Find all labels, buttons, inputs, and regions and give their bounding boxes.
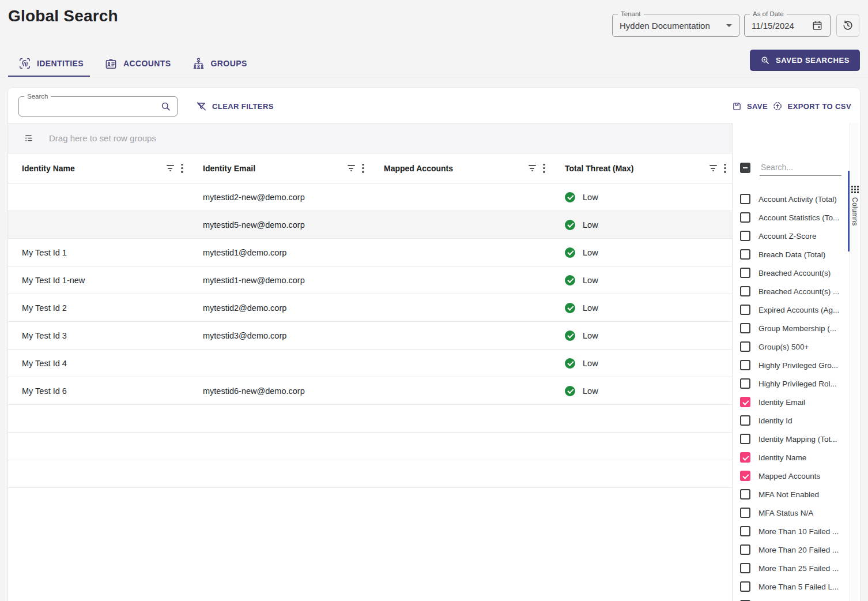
column-toggle-item[interactable]: Expired Accounts (Ag... — [733, 300, 850, 319]
column-toggle-label: Group(s) 500+ — [758, 343, 809, 351]
empty-row — [8, 433, 732, 460]
column-toggle-item[interactable]: Group(s) 500+ — [733, 337, 850, 356]
column-checkbox[interactable] — [740, 563, 750, 573]
column-toggle-item[interactable]: Account Activity (Total) — [733, 190, 850, 208]
column-header[interactable]: Mapped Accounts — [370, 153, 551, 183]
table-row[interactable]: mytestid2-new@demo.corp Low — [8, 183, 732, 211]
column-checkbox[interactable] — [740, 471, 750, 481]
column-header[interactable]: Identity Name — [8, 153, 189, 183]
column-toggle-item[interactable]: Highly Privileged Rol... — [733, 374, 850, 393]
save-button[interactable]: SAVE — [729, 98, 771, 114]
table-row[interactable]: My Test Id 1 mytestid1@demo.corp Low — [8, 239, 732, 266]
column-checkbox[interactable] — [740, 397, 750, 407]
id-card-icon — [104, 57, 118, 70]
tab-groups[interactable]: GROUPS — [191, 57, 248, 70]
column-checkbox[interactable] — [740, 268, 750, 278]
saved-searches-button[interactable]: SAVED SEARCHES — [750, 50, 860, 71]
column-checkbox[interactable] — [740, 341, 750, 352]
column-filter-icon[interactable] — [709, 165, 717, 172]
threat-ok-icon — [565, 220, 575, 230]
column-checkbox[interactable] — [740, 249, 750, 260]
column-checkbox[interactable] — [740, 378, 750, 389]
column-toggle-item[interactable]: Breached Account(s) ... — [733, 282, 850, 300]
column-checkbox[interactable] — [740, 305, 750, 315]
table-row[interactable]: My Test Id 1-new mytestid1-new@demo.corp… — [8, 266, 732, 294]
org-chart-icon — [192, 57, 205, 70]
column-toggle-item[interactable]: Identity Email — [733, 393, 850, 411]
column-menu-icon[interactable] — [543, 164, 545, 173]
column-menu-icon[interactable] — [724, 164, 726, 173]
column-toggle-item[interactable]: Identity Mapping (Tot... — [733, 430, 850, 448]
column-toggle-label: More Than 5 Failed L... — [758, 583, 839, 591]
column-checkbox[interactable] — [740, 489, 750, 499]
column-toggle-item[interactable]: More Than 5 Failed L... — [733, 577, 850, 596]
clear-filters-button[interactable]: CLEAR FILTERS — [193, 98, 277, 114]
column-toggle-item[interactable]: Account Z-Score — [733, 227, 850, 245]
column-filter-icon[interactable] — [347, 165, 355, 172]
column-toggle-item[interactable]: Highly Privileged Gro... — [733, 356, 850, 374]
column-toggle-item[interactable]: MFA Not Enabled — [733, 485, 850, 504]
column-checkbox[interactable] — [740, 194, 750, 204]
column-checkbox[interactable] — [740, 231, 750, 241]
calendar-icon[interactable] — [812, 20, 823, 31]
column-menu-icon[interactable] — [362, 164, 364, 173]
column-toggle-item[interactable]: Breached Account(s) — [733, 264, 850, 282]
column-toggle-item[interactable]: Account Statistics (To... — [733, 208, 850, 227]
cell-identity-email: mytestid2@demo.corp — [189, 303, 370, 313]
table-row[interactable]: My Test Id 6 mytestid6-new@demo.corp Low — [8, 377, 732, 405]
export-to-csv-label: EXPORT TO CSV — [788, 102, 851, 111]
column-checkbox[interactable] — [740, 508, 750, 518]
column-toggle-item[interactable]: More Than 20 Failed ... — [733, 540, 850, 559]
columns-search-input[interactable] — [760, 160, 841, 176]
column-header[interactable]: Identity Email — [189, 153, 370, 183]
history-icon — [841, 19, 854, 32]
column-toggle-item[interactable]: More Than 25 Failed ... — [733, 559, 850, 577]
column-toggle-label: More Than 10 Failed ... — [758, 527, 839, 536]
table-row[interactable]: mytestid5-new@demo.corp Low — [8, 211, 732, 239]
as-of-date-field[interactable]: As of Date 11/15/2024 — [744, 14, 831, 37]
column-menu-icon[interactable] — [181, 164, 183, 173]
column-toggle-item[interactable]: Group Membership (... — [733, 319, 850, 337]
column-toggle-item[interactable]: MFA Status N/A — [733, 504, 850, 522]
row-group-drop-zone[interactable]: Drag here to set row groups — [8, 123, 732, 153]
column-checkbox[interactable] — [740, 434, 750, 444]
column-filter-icon[interactable] — [528, 165, 536, 172]
column-filter-icon[interactable] — [166, 165, 174, 172]
tab-accounts[interactable]: ACCOUNTS — [103, 57, 172, 70]
column-checkbox[interactable] — [740, 526, 750, 536]
column-checkbox[interactable] — [740, 544, 750, 555]
export-to-csv-button[interactable]: EXPORT TO CSV — [769, 98, 855, 114]
table-row[interactable]: My Test Id 4 Low — [8, 350, 732, 377]
column-header[interactable]: Total Threat (Max) — [551, 153, 732, 183]
search-field[interactable]: Search — [18, 96, 178, 117]
cell-identity-email: mytestid6-new@demo.corp — [189, 386, 370, 396]
main-tabs: IDENTITIES ACCOUNTS GROUPS — [8, 51, 248, 76]
column-checkbox[interactable] — [740, 415, 750, 426]
grid-body: mytestid2-new@demo.corp Low mytestid5-ne… — [8, 183, 732, 488]
threat-level-label: Low — [583, 331, 598, 340]
search-icon[interactable] — [160, 101, 171, 112]
columns-tab-button[interactable]: Columns — [850, 186, 860, 261]
column-checkbox[interactable] — [740, 212, 750, 223]
column-toggle-item[interactable] — [733, 596, 850, 601]
column-toggle-item[interactable]: Identity Name — [733, 448, 850, 467]
column-checkbox[interactable] — [740, 452, 750, 463]
column-toggle-item[interactable]: Identity Id — [733, 411, 850, 430]
column-checkbox[interactable] — [740, 286, 750, 296]
threat-ok-icon — [565, 303, 575, 313]
column-toggle-item[interactable]: Mapped Accounts — [733, 467, 850, 485]
tenant-select[interactable]: Tenant Hydden Documentation — [612, 14, 739, 37]
column-toggle-item[interactable]: Breach Data (Total) — [733, 245, 850, 264]
table-row[interactable]: My Test Id 3 mytestid3@demo.corp Low — [8, 322, 732, 350]
table-row[interactable]: My Test Id 2 mytestid2@demo.corp Low — [8, 294, 732, 322]
column-checkbox[interactable] — [740, 581, 750, 592]
search-input[interactable] — [25, 102, 160, 112]
cell-identity-name: My Test Id 2 — [8, 303, 189, 313]
tab-identities[interactable]: IDENTITIES — [17, 57, 85, 70]
column-checkbox[interactable] — [740, 360, 750, 370]
cell-identity-name: My Test Id 4 — [8, 359, 189, 368]
column-checkbox[interactable] — [740, 323, 750, 333]
select-all-columns-checkbox[interactable] — [740, 163, 750, 173]
column-toggle-item[interactable]: More Than 10 Failed ... — [733, 522, 850, 540]
history-button[interactable] — [836, 14, 859, 37]
